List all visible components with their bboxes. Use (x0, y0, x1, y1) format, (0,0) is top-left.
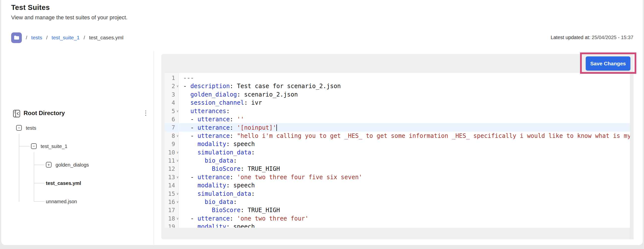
code-line-8[interactable]: - utterance: "hello i'm calling you to g… (179, 132, 630, 140)
gutter-row-14: 14 (164, 181, 179, 190)
last-updated-value: 25/04/2025 - 15:37 (592, 35, 633, 40)
code-token-key: BioScore (212, 207, 241, 214)
breadcrumb-separator: / (46, 35, 48, 41)
code-lines[interactable]: ---- description: Test case for scenario… (179, 73, 630, 228)
code-line-13[interactable]: - utterance: 'one two three four five si… (179, 173, 630, 181)
line-number: 18 (168, 214, 175, 223)
code-token-key: session_channel (190, 99, 244, 106)
code-token-key: utterance (198, 124, 230, 131)
code-editor[interactable]: 12∨345∨678∨910∨11∨1213∨1415∨16∨1718∨19 -… (164, 73, 630, 228)
fold-chevron-icon[interactable]: ∨ (176, 151, 179, 154)
line-number: 16 (168, 198, 175, 206)
line-number-gutter: 12∨345∨678∨910∨11∨1213∨1415∨16∨1718∨19 (164, 73, 179, 228)
editor-scrollbar[interactable] (630, 73, 634, 239)
code-token-plain: : scenario_2.json (237, 91, 298, 98)
save-changes-button[interactable]: Save Changes (586, 56, 630, 70)
tree-guide (34, 183, 44, 183)
code-token-key: BioScore (212, 165, 241, 172)
fold-chevron-icon[interactable]: ∨ (176, 200, 179, 204)
gutter-row-4: 4 (164, 98, 179, 107)
gutter-row-6: 6 (164, 115, 179, 124)
code-token-plain: - (183, 215, 198, 222)
code-line-1[interactable]: --- (179, 74, 630, 82)
code-token-key: utterance (198, 174, 230, 181)
code-token-plain (183, 199, 205, 206)
code-token-key: simulation_data (198, 190, 251, 197)
breadcrumb-current-file: test_cases.yml (89, 35, 124, 41)
gutter-row-15: 15∨ (164, 190, 179, 198)
code-line-3[interactable]: golden_dialog: scenario_2.json (179, 90, 630, 99)
fold-chevron-icon[interactable]: ∨ (176, 134, 179, 138)
tree-item-golden_dialogs[interactable]: golden_dialogs (56, 161, 89, 168)
gutter-row-19: 19 (164, 223, 179, 228)
code-line-9[interactable]: modality: speech (179, 140, 630, 148)
tree-toggle-test_suite_1-collapse-icon[interactable]: − (31, 143, 37, 149)
tree-item-test_cases.yml[interactable]: test_cases.yml (46, 180, 81, 187)
code-line-4[interactable]: session_channel: ivr (179, 98, 630, 107)
fold-chevron-icon[interactable]: ∨ (176, 192, 179, 196)
code-token-plain: : (233, 157, 237, 164)
code-token-str: 'one two three four five six seven' (237, 174, 362, 181)
folder-icon (14, 35, 19, 40)
code-line-2[interactable]: - description: Test case for scenario_2.… (179, 82, 630, 90)
page-subtitle: View and manage the test suites of your … (11, 14, 128, 21)
line-number: 13 (168, 173, 175, 181)
tree-guide (34, 165, 44, 165)
tree-toggle-tests-collapse-icon[interactable]: − (16, 125, 22, 131)
breadcrumb-separator: / (84, 35, 85, 41)
editor-panel: Cancel Save Changes 12∨345∨678∨910∨11∨12… (161, 54, 634, 239)
line-number: 8 (172, 132, 175, 140)
code-token-plain: : (230, 174, 237, 181)
tree-guide (34, 152, 34, 202)
breadcrumb-link-test-suite-1[interactable]: test_suite_1 (52, 35, 80, 41)
code-token-plain (183, 149, 198, 156)
code-token-plain: : (230, 124, 237, 131)
code-line-11[interactable]: bio_data: (179, 156, 630, 165)
breadcrumb-link-tests[interactable]: tests (31, 35, 42, 41)
code-token-key: utterance (198, 215, 230, 222)
code-line-18[interactable]: - utterance: 'one two three four' (179, 214, 630, 223)
code-token-key: simulation_data (198, 149, 251, 156)
code-token-plain: - (183, 132, 198, 139)
code-token-plain: : (230, 132, 237, 139)
code-line-19[interactable]: modality: speech (179, 223, 630, 228)
fold-chevron-icon[interactable]: ∨ (176, 175, 179, 179)
gutter-row-10: 10∨ (164, 148, 179, 157)
code-line-7[interactable]: - utterance: '[noinput]' (179, 123, 630, 132)
last-updated: Latest updated at: 25/04/2025 - 15:37 (550, 35, 633, 40)
gutter-row-5: 5∨ (164, 107, 179, 115)
code-token-plain: : (230, 116, 237, 123)
fold-chevron-icon[interactable]: ∨ (176, 217, 179, 220)
code-token-plain (183, 223, 198, 228)
gutter-row-7: 7 (164, 123, 179, 132)
fold-chevron-icon[interactable]: ∨ (176, 84, 179, 88)
code-token-key: description (190, 83, 230, 90)
code-line-6[interactable]: - utterance: '' (179, 115, 630, 124)
line-number: 14 (168, 181, 175, 190)
line-number: 17 (168, 206, 175, 214)
code-token-plain (183, 190, 198, 197)
code-line-5[interactable]: utterances: (179, 107, 630, 115)
fold-chevron-icon[interactable]: ∨ (176, 109, 179, 113)
code-line-17[interactable]: BioScore: TRUE_HIGH (179, 206, 630, 214)
gutter-row-12: 12 (164, 165, 179, 173)
fold-chevron-icon[interactable]: ∨ (176, 159, 179, 162)
code-line-15[interactable]: simulation_data: (179, 190, 630, 198)
code-line-16[interactable]: bio_data: (179, 198, 630, 206)
code-token-plain: : (233, 199, 237, 206)
code-line-14[interactable]: modality: speech (179, 181, 630, 190)
code-line-10[interactable]: simulation_data: (179, 148, 630, 157)
code-token-plain: - (183, 124, 198, 131)
tree-item-test_suite_1[interactable]: test_suite_1 (41, 143, 68, 150)
code-token-plain: - (183, 116, 198, 123)
tree-item-tests[interactable]: tests (26, 124, 36, 131)
code-token-meta: --- (183, 74, 194, 81)
tree-toggle-golden_dialogs-expand-icon[interactable]: + (46, 162, 52, 168)
line-number: 1 (172, 74, 175, 82)
tree-item-unnamed.json[interactable]: unnamed.json (46, 198, 77, 205)
root-folder-button[interactable] (11, 32, 22, 43)
code-token-plain (183, 141, 198, 148)
app-card: Test Suites View and manage the test sui… (1, 0, 643, 245)
code-line-12[interactable]: BioScore: TRUE_HIGH (179, 165, 630, 173)
code-token-plain: : ivr (244, 99, 262, 106)
